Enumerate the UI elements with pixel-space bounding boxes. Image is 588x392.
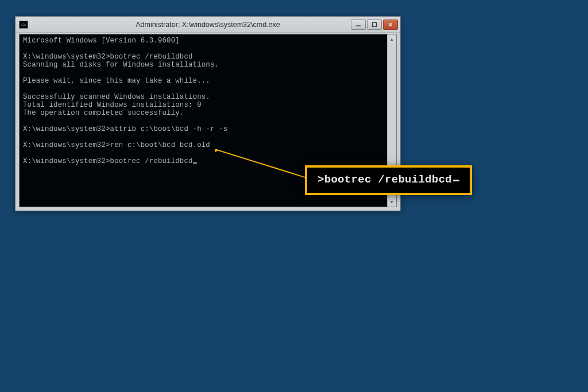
line: The operation completed successfully. [23,109,184,117]
line: Total identified Windows installations: … [23,101,202,109]
cmd-icon: C:\ [19,21,28,29]
scroll-down-arrow[interactable]: ▾ [388,197,396,207]
line: Microsoft Windows [Version 6.3.9600] [23,37,180,45]
line: X:\windows\system32>ren c:\boot\bcd bcd.… [23,141,210,149]
minimize-icon [355,22,361,28]
line: Successfully scanned Windows installatio… [23,93,210,101]
close-button[interactable] [383,20,398,30]
svg-rect-1 [373,22,377,26]
text-cursor [193,162,197,164]
callout-box: >bootrec /rebuildbcd [305,165,472,195]
minimize-button[interactable] [351,20,366,30]
close-icon [388,22,393,28]
line: X:\windows\system32>bootrec /rebuildbcd [23,157,193,165]
scroll-up-arrow[interactable]: ▴ [388,34,396,44]
maximize-icon [372,22,377,28]
window-buttons [351,20,400,30]
line: X:\windows\system32>attrib c:\boot\bcd -… [23,125,227,133]
line: Scanning all disks for Windows installat… [23,61,219,69]
maximize-button[interactable] [367,20,382,30]
window-title: Administrator: X:\windows\system32\cmd.e… [136,21,280,29]
line: X:\windows\system32>bootrec /rebuildbcd [23,53,193,61]
callout-cursor [453,180,459,181]
titlebar[interactable]: C:\ Administrator: X:\windows\system32\c… [16,17,400,33]
callout-text: >bootrec /rebuildbcd [318,173,452,186]
cmd-icon-label: C:\ [21,23,26,26]
line: Please wait, since this may take a while… [23,77,210,85]
